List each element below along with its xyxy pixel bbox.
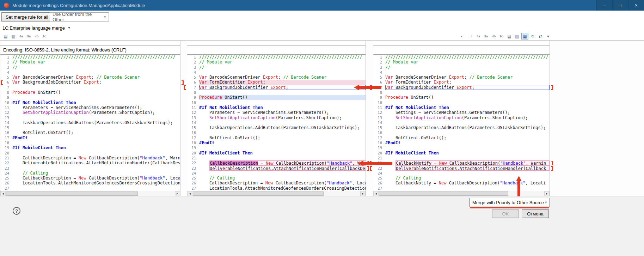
marker-9b-icon[interactable]: 9б: [41, 33, 48, 39]
merge-rule-toolbar: Set merge rule for all Use Order from th…: [0, 11, 644, 23]
code-line: [12, 125, 180, 130]
scrollbar-right-icon[interactable]: ▸: [360, 191, 366, 196]
code-line: #If MobileClient Then: [385, 151, 550, 156]
annotation-underline: [470, 207, 549, 208]
document-compare-icon[interactable]: ▤: [506, 33, 513, 39]
code-line: //: [12, 65, 180, 70]
pane-spacer: [187, 41, 366, 45]
language-merge-dropdown[interactable]: 1C:Enterprise language merge ▼: [2, 25, 70, 31]
line-number: 16: [187, 130, 199, 135]
code-line: [12, 166, 180, 171]
pane-left-source[interactable]: Encoding: ISO-8859-2, Line ending format…: [0, 41, 180, 196]
prev-difference-icon[interactable]: ⇐: [459, 33, 466, 39]
chevron-down-icon: ∨: [545, 201, 547, 204]
marker-4b-icon[interactable]: 4б: [490, 33, 497, 39]
line-number: 17: [187, 135, 199, 140]
line-number: 15: [373, 125, 385, 130]
line-number: 1: [373, 55, 385, 60]
line-number: 2: [373, 60, 385, 65]
scrollbar-left-icon[interactable]: ◂: [0, 191, 6, 196]
merge-rule-value: Use Order from the Other: [53, 12, 104, 22]
line-number: 27: [373, 186, 385, 191]
line-number: 13: [187, 115, 199, 120]
scrollbar-left-icon[interactable]: ◂: [373, 191, 379, 196]
marker-9a-icon[interactable]: 9а: [483, 33, 490, 39]
horizontal-scrollbar[interactable]: ◂ ▸: [0, 191, 180, 196]
horizontal-scrollbar[interactable]: ◂ ▸: [373, 191, 550, 196]
minimize-button[interactable]: –: [596, 0, 612, 11]
code-line: [385, 130, 550, 135]
line-number: 21: [187, 156, 199, 160]
marker-9a-icon[interactable]: 9а: [25, 33, 32, 39]
line-number: 5: [0, 75, 12, 80]
marker-4a-icon[interactable]: 4а: [18, 33, 25, 39]
next-difference-icon[interactable]: ⇒: [467, 33, 474, 39]
compare-report-icon[interactable]: ▥: [10, 33, 17, 39]
line-number: 20: [373, 151, 385, 156]
code-line: CallbackDescription = New CallbackDescri…: [199, 160, 366, 165]
code-line: [385, 145, 550, 150]
code-line: #If Not MobileClient Then: [12, 100, 180, 105]
code-editor-right[interactable]: 1234567891011121314151617181920212223242…: [373, 55, 550, 191]
scrollbar-thumb[interactable]: [193, 191, 324, 196]
code-line: Parameters = ServiceMechanisms.GetParame…: [12, 105, 180, 110]
line-number: 26: [187, 181, 199, 185]
code-line: SetShortApplicationCaption(Parameters.Sh…: [12, 110, 180, 115]
annotation-arrow-up: [516, 176, 522, 196]
merge-priority-dropdown[interactable]: Merge with Priority to Other Source ∨: [470, 198, 550, 207]
diff-edge-marker: [1, 80, 3, 85]
line-number: 21: [373, 156, 385, 160]
scrollbar-track[interactable]: [192, 191, 360, 196]
code-editor-middle[interactable]: 1234567891011121314151617181920212223242…: [187, 55, 366, 191]
merge-priority-value: Merge with Priority to Other Source: [472, 200, 544, 205]
pane-merge-result[interactable]: 1234567891011121314151617181920212223242…: [187, 41, 366, 196]
document-merge-icon[interactable]: ▥: [514, 33, 521, 39]
swap-direction-icon[interactable]: ⇄: [537, 33, 544, 39]
code-line: //: [199, 65, 366, 70]
line-number: 6: [373, 80, 385, 85]
compare-settings-icon[interactable]: ▤: [2, 33, 9, 39]
line-number: 5: [187, 75, 199, 80]
scrollbar-right-icon[interactable]: ▸: [175, 191, 180, 196]
line-number: 11: [373, 105, 385, 110]
help-button[interactable]: ?: [13, 207, 20, 215]
marker-9b-icon[interactable]: 9б: [498, 33, 505, 39]
scrollbar-left-icon[interactable]: ◂: [187, 191, 192, 196]
marker-4a-icon[interactable]: 4а: [475, 33, 482, 39]
scrollbar-track[interactable]: [6, 191, 175, 196]
marker-4b-icon[interactable]: 4б: [33, 33, 40, 39]
pane-other-source[interactable]: 1234567891011121314151617181920212223242…: [373, 41, 550, 196]
title-bar: Module merge settings Configuration.Mana…: [0, 0, 644, 11]
scrollbar-thumb[interactable]: [379, 191, 508, 196]
close-button[interactable]: ×: [628, 0, 644, 11]
scrollbar-thumb[interactable]: [6, 191, 138, 196]
code-line: [199, 70, 366, 75]
horizontal-scrollbar[interactable]: ◂ ▸: [187, 191, 366, 196]
code-line: Var BarcodeScannerDriver Export; // Barc…: [12, 75, 180, 80]
line-number: 6: [187, 80, 199, 85]
code-line: Var BackgroundJobIdentifier Export;: [12, 80, 180, 85]
code-line: Parameters = ServiceMechanisms.GetParame…: [199, 110, 366, 115]
code-editor-left[interactable]: 1234567891011121314151617181920212223242…: [0, 55, 180, 191]
code-line: DeliverableNotifications.AttachNotificat…: [12, 160, 180, 165]
code-line: TaskbarOperations.AddButtons(Parameters.…: [385, 125, 550, 130]
ok-button[interactable]: OK: [492, 209, 519, 218]
code-line: BotClient.OnStart();: [199, 135, 366, 140]
set-merge-rule-button[interactable]: Set merge rule for all: [1, 12, 53, 22]
line-number: 18: [373, 140, 385, 145]
scrollbar-right-icon[interactable]: ▸: [544, 191, 550, 196]
line-number: 20: [187, 151, 199, 156]
maximize-button[interactable]: □: [612, 0, 628, 11]
code-line: #If Not MobileClient Then: [199, 105, 366, 110]
code-line: Settings = ServiceMechanisms.GetParamete…: [385, 110, 550, 115]
merge-rule-dropdown[interactable]: Use Order from the Other ∨: [50, 12, 109, 22]
line-number: 14: [373, 120, 385, 125]
layout-grid-icon[interactable]: ▦: [521, 33, 528, 39]
code-line: //: [385, 65, 550, 70]
editor-toolbar-left: ▤▥4а9а4б9б: [2, 33, 48, 39]
refresh-icon[interactable]: ↻: [529, 33, 536, 39]
cancel-button[interactable]: Отмена: [522, 209, 549, 218]
toolbar-menu-icon[interactable]: ▾: [545, 33, 552, 39]
code-line: [385, 186, 550, 191]
code-line: [385, 90, 550, 95]
